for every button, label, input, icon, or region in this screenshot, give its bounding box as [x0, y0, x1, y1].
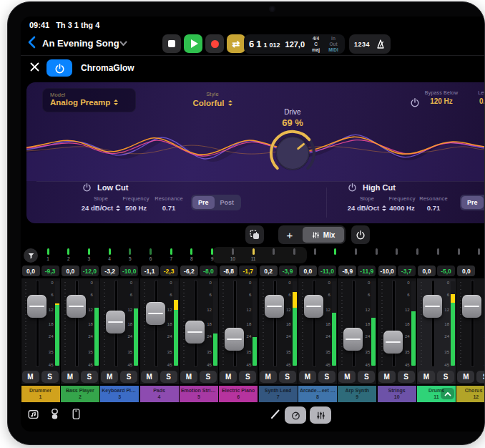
fader-cap[interactable]	[304, 295, 323, 318]
loops-browser-icon[interactable]	[27, 408, 39, 420]
overview-track-tick[interactable]	[286, 247, 302, 256]
solo-button[interactable]: S	[318, 371, 335, 383]
track-label[interactable]: Drummer 1	[21, 386, 60, 402]
volume-value[interactable]: 0,0	[457, 266, 475, 276]
solo-button[interactable]: S	[120, 371, 137, 383]
fader-track[interactable]	[313, 281, 315, 366]
fader-cap[interactable]	[343, 328, 363, 351]
pre-button[interactable]: Pre	[192, 196, 215, 209]
track-label[interactable]: Bass Player 2	[61, 386, 99, 402]
device-icon[interactable]	[70, 408, 82, 420]
track-label[interactable]: Emotion Strings 5	[180, 386, 218, 402]
overview-track-tick[interactable]: 1	[46, 247, 56, 261]
plugin-power-button[interactable]	[46, 59, 72, 77]
mix-tab[interactable]: Mix	[303, 227, 344, 243]
volume-value[interactable]: 0,0	[22, 266, 40, 276]
fader-cap[interactable]	[106, 311, 125, 333]
pencil-icon[interactable]	[270, 409, 280, 419]
overview-track-tick[interactable]: 9	[205, 247, 220, 261]
fader-track[interactable]	[274, 281, 276, 366]
level-control[interactable]: Level 0.0	[466, 90, 484, 105]
track-label[interactable]: Strings 10	[378, 386, 416, 402]
overview-track-tick[interactable]: 7	[163, 247, 179, 261]
peak-value[interactable]: -5,0	[437, 266, 455, 276]
solo-button[interactable]: S	[81, 371, 98, 383]
overview-track-tick[interactable]	[266, 247, 282, 256]
mute-button[interactable]: M	[338, 371, 356, 383]
fader-track[interactable]	[234, 281, 236, 366]
peak-value[interactable]: -8,0	[200, 266, 217, 276]
duplicate-button[interactable]	[245, 225, 264, 244]
mute-button[interactable]: M	[180, 371, 197, 383]
peak-value[interactable]: -3,7	[398, 266, 416, 276]
solo-button[interactable]: S	[398, 371, 415, 383]
overview-track-tick[interactable]	[307, 247, 323, 256]
volume-value[interactable]: 0,0	[299, 266, 317, 276]
volume-value[interactable]: -8,9	[338, 266, 356, 276]
solo-button[interactable]: S	[476, 371, 484, 383]
play-button[interactable]	[184, 34, 202, 53]
cycle-button[interactable]: ⇄	[227, 34, 245, 53]
volume-value[interactable]: 0,2	[260, 266, 278, 276]
track-overview-strip[interactable]: 1234567891011	[46, 247, 484, 266]
volume-value[interactable]: -10,0	[378, 266, 396, 276]
peak-value[interactable]: -3,9	[279, 266, 297, 276]
peak-value[interactable]: -11,0	[318, 266, 336, 276]
track-label[interactable]: Chorus V 12	[456, 386, 484, 402]
overview-track-tick[interactable]: 11	[245, 247, 261, 261]
track-label[interactable]: Drums 11	[417, 386, 456, 402]
overview-track-tick[interactable]: 4	[102, 247, 117, 261]
stop-button[interactable]	[162, 34, 181, 53]
overview-track-tick[interactable]	[328, 247, 343, 256]
mute-button[interactable]: M	[260, 371, 277, 383]
overview-track-tick[interactable]: 10	[225, 247, 240, 261]
fader-cap[interactable]	[146, 302, 165, 325]
overview-track-tick[interactable]	[430, 247, 446, 256]
peak-value[interactable]: -1,7	[239, 266, 257, 276]
fader-cap[interactable]	[67, 295, 86, 318]
overview-track-tick[interactable]: 8	[184, 247, 200, 261]
mute-button[interactable]: M	[457, 371, 474, 383]
solo-button[interactable]: S	[41, 371, 59, 383]
peak-value[interactable]: -12,0	[81, 266, 99, 276]
peak-value[interactable]: -2,3	[160, 266, 178, 276]
fader-cap[interactable]	[185, 321, 205, 344]
solo-button[interactable]: S	[239, 371, 256, 383]
volume-value[interactable]: -8,8	[220, 266, 237, 276]
filter-button[interactable]	[24, 248, 38, 263]
fader-track[interactable]	[353, 281, 355, 366]
peak-value[interactable]: -9,3	[41, 266, 59, 276]
peak-value[interactable]: -11,9	[358, 266, 376, 276]
drive-knob[interactable]	[268, 128, 318, 178]
bypass-below-control[interactable]: Bypass Below 120 Hz	[421, 90, 462, 105]
fader-cap[interactable]	[462, 295, 481, 318]
track-label[interactable]: Arcade…eet Pad 8	[298, 386, 337, 402]
mute-button[interactable]: M	[62, 371, 79, 383]
mixer-power-button[interactable]	[351, 225, 370, 244]
overview-track-tick[interactable]	[410, 247, 426, 256]
solo-button[interactable]: S	[279, 371, 296, 383]
model-select[interactable]: Model Analog Preamp	[42, 88, 136, 112]
overview-track-tick[interactable]: 5	[122, 247, 138, 261]
track-label[interactable]: Arp Synth 9	[338, 386, 376, 402]
mute-button[interactable]: M	[101, 371, 118, 383]
overview-track-tick[interactable]: 2	[61, 247, 77, 261]
mute-button[interactable]: M	[220, 371, 237, 383]
controls-view-button[interactable]	[285, 406, 306, 424]
overview-track-tick[interactable]: 6	[143, 247, 159, 261]
solo-button[interactable]: S	[160, 371, 177, 383]
solo-button[interactable]: S	[437, 371, 454, 383]
fader-track[interactable]	[432, 281, 434, 366]
solo-button[interactable]: S	[358, 371, 375, 383]
mute-button[interactable]: M	[22, 371, 39, 383]
close-icon[interactable]	[30, 62, 39, 72]
mute-button[interactable]: M	[141, 371, 158, 383]
back-icon[interactable]	[26, 36, 38, 49]
fader-cap[interactable]	[383, 331, 403, 354]
overview-track-tick[interactable]	[451, 247, 466, 256]
connector-icon[interactable]	[49, 408, 61, 420]
lcd-display[interactable]: 6 1 1 012 127,0 4/4 C maj In Out MIDI	[244, 34, 345, 54]
volume-value[interactable]: -3,2	[101, 266, 119, 276]
track-label[interactable]: Synth Lead 7	[259, 386, 298, 402]
track-label[interactable]: Electric Piano 6	[219, 386, 258, 402]
